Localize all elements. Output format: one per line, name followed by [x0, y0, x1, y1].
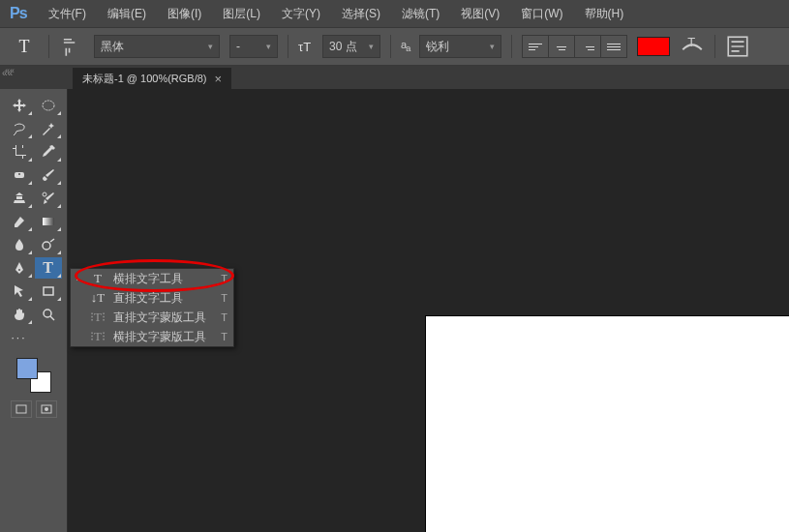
align-right-button[interactable] — [575, 36, 600, 57]
path-select-tool[interactable] — [6, 281, 33, 302]
align-left-button[interactable] — [523, 36, 548, 57]
vertical-type-icon: ↓T — [90, 290, 106, 306]
menu-image[interactable]: 图像(I) — [158, 2, 211, 26]
horizontal-mask-type-icon: ⁝T⁝ — [90, 329, 106, 344]
flyout-label: 直排文字蒙版工具 — [113, 310, 213, 326]
divider — [288, 35, 288, 58]
options-bar: T 黑体 ▾ - ▾ τT 30 点 ▾ aa 锐利 ▾ T — [0, 27, 789, 66]
flyout-shortcut: T — [221, 273, 228, 284]
spacer — [35, 327, 62, 348]
crop-tool[interactable] — [6, 141, 33, 163]
flyout-item-horizontal-type[interactable]: ▪ T 横排文字工具 T — [71, 269, 233, 288]
marquee-tool[interactable] — [35, 95, 62, 116]
divider — [511, 35, 512, 58]
chevron-down-icon: ▾ — [369, 42, 374, 51]
character-panel-button[interactable] — [725, 36, 750, 57]
menu-type[interactable]: 文字(Y) — [272, 2, 330, 26]
panel-handle[interactable]: «« — [2, 68, 13, 78]
divider — [48, 35, 49, 58]
align-justify-button[interactable] — [601, 36, 626, 57]
quickmask-row — [11, 400, 57, 418]
svg-point-4 — [43, 192, 46, 196]
blur-tool[interactable] — [6, 234, 33, 255]
menu-file[interactable]: 文件(F) — [39, 2, 96, 26]
flyout-item-vertical-type[interactable]: ↓T 直排文字工具 T — [71, 288, 233, 308]
active-dot-icon: ▪ — [76, 275, 82, 283]
move-tool[interactable] — [6, 95, 33, 116]
font-family-select[interactable]: 黑体 ▾ — [94, 35, 220, 58]
chevron-down-icon: ▾ — [208, 42, 213, 51]
antialias-icon: aa — [401, 39, 410, 53]
history-brush-tool[interactable] — [35, 188, 62, 209]
font-style-value: - — [236, 40, 240, 53]
antialias-select[interactable]: 锐利 ▾ — [419, 35, 501, 58]
pen-tool[interactable] — [6, 257, 33, 279]
font-size-icon: τT — [298, 40, 311, 54]
vertical-mask-type-icon: ⁝T⁝ — [90, 310, 106, 325]
text-color-swatch[interactable] — [637, 37, 670, 56]
dodge-tool[interactable] — [35, 234, 62, 255]
font-size-select[interactable]: 30 点 ▾ — [322, 35, 380, 58]
standard-mode-button[interactable] — [11, 400, 32, 418]
gradient-tool[interactable] — [35, 211, 62, 232]
close-icon[interactable]: × — [215, 72, 223, 86]
hand-tool[interactable] — [6, 304, 33, 325]
document-canvas[interactable] — [426, 316, 789, 532]
lasso-tool[interactable] — [6, 118, 33, 139]
flyout-shortcut: T — [221, 311, 228, 323]
toolbox: T ··· — [6, 95, 62, 348]
divider — [390, 35, 391, 58]
document-tab[interactable]: 未标题-1 @ 100%(RGB/8) × — [73, 68, 231, 89]
eraser-tool[interactable] — [6, 211, 33, 232]
flyout-label: 直排文字工具 — [113, 290, 213, 307]
menu-help[interactable]: 帮助(H) — [575, 2, 634, 26]
type-tool-flyout: ▪ T 横排文字工具 T ↓T 直排文字工具 T ⁝T⁝ 直排文字蒙版工具 T … — [70, 268, 234, 347]
align-group — [522, 35, 627, 58]
rectangle-tool[interactable] — [35, 281, 62, 302]
menu-bar: Ps 文件(F) 编辑(E) 图像(I) 图层(L) 文字(Y) 选择(S) 滤… — [0, 0, 789, 27]
foreground-color[interactable] — [16, 358, 38, 379]
horizontal-type-icon: T — [90, 271, 106, 286]
font-style-select[interactable]: - ▾ — [229, 35, 278, 58]
document-tab-title: 未标题-1 @ 100%(RGB/8) — [82, 72, 207, 86]
quickmask-mode-button[interactable] — [36, 400, 57, 418]
type-tool[interactable]: T — [35, 257, 62, 279]
menu-edit[interactable]: 编辑(E) — [98, 2, 156, 26]
menu-filter[interactable]: 滤镜(T) — [392, 2, 449, 26]
flyout-item-horizontal-mask-type[interactable]: ⁝T⁝ 横排文字蒙版工具 T — [71, 327, 233, 346]
edit-toolbar[interactable]: ··· — [6, 327, 33, 348]
app-logo: Ps — [6, 5, 37, 22]
brush-tool[interactable] — [35, 164, 62, 186]
flyout-item-vertical-mask-type[interactable]: ⁝T⁝ 直排文字蒙版工具 T — [71, 308, 233, 327]
svg-rect-9 — [16, 405, 26, 413]
flyout-shortcut: T — [221, 292, 228, 304]
flyout-shortcut: T — [221, 331, 228, 342]
align-center-button[interactable] — [549, 36, 574, 57]
menu-select[interactable]: 选择(S) — [332, 2, 390, 26]
chevron-down-icon: ▾ — [490, 42, 495, 51]
svg-point-2 — [43, 101, 54, 110]
svg-text:T: T — [687, 35, 695, 49]
flyout-label: 横排文字蒙版工具 — [113, 329, 213, 345]
text-orientation-toggle[interactable] — [59, 36, 84, 57]
clone-stamp-tool[interactable] — [6, 188, 33, 209]
menu-window[interactable]: 窗口(W) — [511, 2, 572, 26]
color-swatches[interactable] — [16, 358, 51, 393]
toolbox-panel: «« T ··· — [0, 89, 68, 532]
menu-layer[interactable]: 图层(L) — [213, 2, 270, 26]
chevron-down-icon: ▾ — [266, 42, 271, 51]
zoom-tool[interactable] — [35, 304, 62, 325]
font-family-value: 黑体 — [101, 39, 124, 55]
svg-point-11 — [45, 407, 48, 411]
menu-view[interactable]: 视图(V) — [451, 2, 509, 26]
document-tab-bar: 未标题-1 @ 100%(RGB/8) × — [0, 66, 789, 89]
svg-point-8 — [44, 310, 51, 317]
svg-rect-5 — [43, 218, 54, 225]
eyedropper-tool[interactable] — [35, 141, 62, 163]
healing-brush-tool[interactable] — [6, 164, 33, 186]
antialias-value: 锐利 — [426, 39, 449, 55]
magic-wand-tool[interactable] — [35, 118, 62, 139]
divider — [714, 35, 715, 58]
flyout-label: 横排文字工具 — [113, 271, 213, 287]
warp-text-button[interactable]: T — [680, 36, 705, 57]
